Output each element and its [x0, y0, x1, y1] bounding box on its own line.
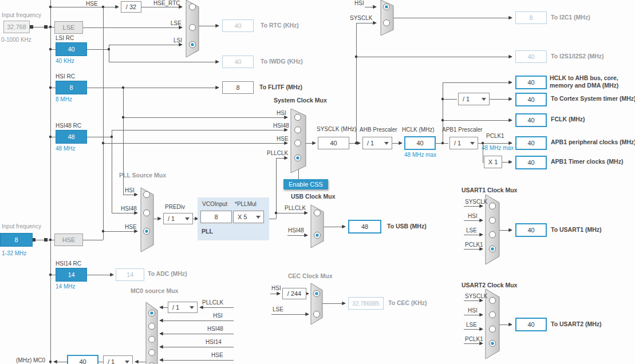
flitf-output-label: To FLITF (MHz) [259, 84, 302, 90]
fclk-value-box: 40 [515, 113, 547, 127]
usb-value-box: 48 [348, 220, 381, 234]
chevron-down-icon [125, 361, 129, 363]
mco-mux-radio-hsi[interactable] [149, 323, 155, 330]
usart1-clock-mux-title: USART1 Clock Mux [462, 187, 517, 193]
usart1-mux-radio-sysclk[interactable] [490, 203, 496, 209]
system-mux-radio-hse[interactable] [295, 140, 301, 147]
pllclk-label: PLLCLK [267, 150, 288, 156]
hclk-ahb-label-line1: HCLK to AHB bus, core, [550, 75, 618, 81]
usb-mux-radio-hsi48-dot [315, 234, 318, 236]
pllmul-value: X 5 [238, 213, 247, 220]
usart1-mux-hsi-label: HSI [468, 213, 478, 219]
pclk1-label: PCLK1 [486, 133, 504, 139]
ahb-prescaler-value: / 1 [367, 140, 374, 147]
usart1-mux-radio-lse[interactable] [490, 232, 496, 238]
usb-clock-mux-title: USB Clock Mux [291, 193, 336, 200]
hclk-ahb-label-line2: memory and DMA (MHz) [550, 82, 618, 89]
usart1-value-box: 40 [515, 223, 547, 237]
rtc-mux-radio-lse[interactable] [190, 25, 196, 31]
i2c1-mux-radio-sysclk[interactable] [384, 20, 390, 26]
usart2-mux-radio-hsi[interactable] [490, 312, 496, 318]
wires [30, 0, 484, 364]
iwdg-value-box: 40 [222, 56, 254, 68]
usart1-mux-pclk1-label: PCLK1 [465, 242, 483, 248]
mco-output-label: (MHz) MC0 [16, 357, 45, 363]
cec-value-box: 32.786885 [348, 297, 384, 310]
cortex-divider-dropdown[interactable]: / 1 [458, 93, 490, 105]
hse-input-frequency-field[interactable]: 8 [0, 233, 33, 247]
vco-input-value-box[interactable]: 8 [200, 211, 232, 223]
hse-top-label: HSE [86, 1, 98, 7]
pllmul-dropdown[interactable]: X 5 [233, 211, 264, 223]
cec-output-label: To CEC (KHz) [388, 300, 427, 306]
hclk-max-note: 48 MHz max [404, 152, 436, 158]
flitf-value-box: 8 [222, 81, 254, 94]
pllmul-label: *PLLMul [235, 201, 257, 207]
rtc-mux-lsi-label: LSI [173, 37, 182, 43]
cec-clock-mux-title: CEC Clock Mux [288, 273, 333, 279]
fclk-label: FCLK (MHz) [551, 116, 585, 122]
hsi14-rc-label: HSI14 RC [56, 260, 81, 267]
pll-mux-radio-hsi48[interactable] [144, 210, 150, 216]
pll-mux-hsi48-label: HSI48 [121, 205, 137, 212]
mco-value-box: 40 [67, 355, 98, 364]
lsi-freq-label: 40 KHz [56, 58, 74, 64]
mco-mux-radio-hsi48[interactable] [149, 337, 155, 343]
chevron-down-icon [384, 142, 389, 145]
hclk-label: HCLK (MHz) [402, 126, 435, 133]
sysclk-label: SYSCLK (MHz) [317, 126, 356, 132]
adc-value-box: 14 [116, 268, 144, 281]
usb-output-label: To USB (MHz) [387, 223, 427, 230]
prediv-dropdown[interactable]: / 1 [163, 213, 193, 224]
cortex-divider-value: / 1 [463, 96, 470, 102]
chevron-down-icon [482, 98, 486, 101]
chevron-down-icon [185, 217, 190, 220]
lse-input-frequency-field[interactable]: 32.768 [3, 21, 30, 33]
mco-mux-hsi14-label: HSI14 [206, 339, 222, 345]
cec-prescaler-box: / 244 [282, 288, 306, 299]
hsi14-rc-box: 14 [56, 268, 87, 282]
apb1-max-note: 48 MHz max [482, 145, 514, 151]
usart2-value-box: 40 [515, 318, 547, 331]
i2s-output-label: To I2S1/I2S2 (MHz) [551, 53, 604, 60]
hse-source-box: HSE [54, 234, 83, 246]
sysclk-value-box[interactable]: 40 [318, 137, 349, 149]
hsi48-rc-box: 48 [56, 130, 87, 144]
clock-configuration-diagram: Input frequency 32.768 0-1000 KHz LSE LS… [0, 0, 635, 364]
usart2-mux-radio-sysclk[interactable] [490, 298, 496, 304]
hsi-rc-box: 8 [56, 81, 87, 94]
apb1-prescaler-value: / 1 [454, 140, 461, 147]
rtc-mux-radio-hse[interactable] [190, 4, 196, 10]
hclk-value-box[interactable]: 40 [404, 136, 436, 150]
ahb-prescaler-dropdown[interactable]: / 1 [362, 137, 392, 149]
usart2-mux-radio-pclk1-dot [491, 342, 494, 345]
iwdg-output-label: To IWDG (KHz) [261, 58, 303, 65]
apb1-prescaler-label: APB1 Prescaler [442, 126, 483, 133]
usart2-output-label: To USART2 (MHz) [551, 321, 601, 327]
usart2-mux-radio-lse[interactable] [490, 326, 496, 333]
apb1-prescaler-dropdown[interactable]: / 1 [449, 137, 478, 149]
system-mux-hsi48-label: HSI48 [273, 122, 289, 129]
apb1-peripheral-label: APB1 peripheral clocks (MHz) [551, 139, 635, 145]
pll-source-mux-title: PLL Source Mux [119, 172, 166, 179]
usb-mux-radio-pllclk[interactable] [314, 210, 321, 216]
cec-mux-lse-label: LSE [273, 306, 283, 312]
pll-mux-radio-hsi[interactable] [144, 192, 150, 198]
enable-css-button[interactable]: Enable CSS [283, 179, 328, 189]
usart2-clock-mux-title: USART2 Clock Mux [462, 282, 517, 288]
system-mux-radio-hsi48[interactable] [295, 127, 301, 133]
rtc-value-box: 40 [222, 19, 254, 32]
mco-mux-radio-hsi14[interactable] [149, 350, 155, 356]
usart1-mux-sysclk-label: SYSCLK [465, 199, 487, 205]
usb-mux-pllclk-label: PLLCLK [285, 205, 306, 211]
mco-pllclk-divider-dropdown[interactable]: / 1 [168, 302, 198, 313]
system-mux-radio-hsi[interactable] [295, 114, 301, 121]
i2c1-output-label: To I2C1 (MHz) [551, 14, 590, 21]
usart1-mux-radio-hsi[interactable] [490, 217, 496, 224]
system-mux-hsi-label: HSI [277, 110, 286, 116]
system-mux-hse-label: HSE [277, 136, 289, 142]
vco-input-label: VCOInput [202, 201, 227, 207]
cec-mux-radio-lse[interactable] [314, 311, 320, 318]
mco-output-divider-dropdown[interactable]: / 1 [103, 355, 133, 364]
hse-rtc-prescaler-box: / 32 [121, 1, 141, 13]
